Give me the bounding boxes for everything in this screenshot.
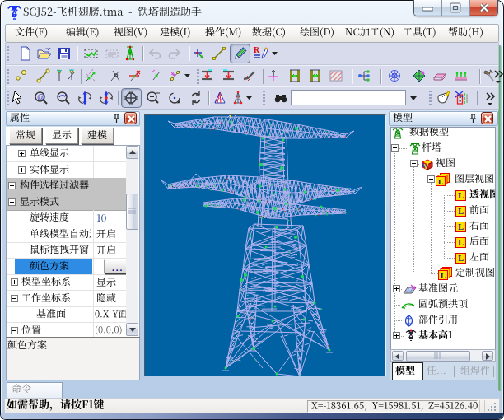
svg-text:@: @ [37,93,44,101]
svg-text:R: R [254,45,260,54]
